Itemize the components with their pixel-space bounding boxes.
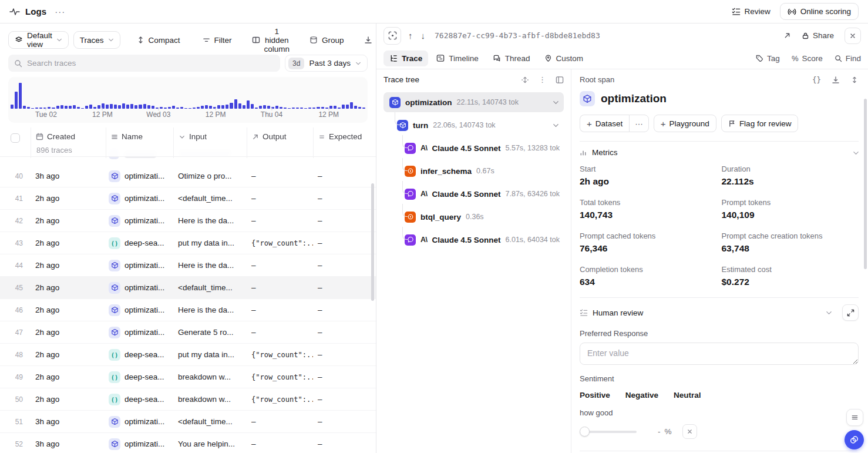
broadcast-icon — [788, 8, 796, 16]
add-to-dataset-button[interactable]: + Dataset — [580, 115, 629, 132]
row-created: 2h ago — [31, 328, 106, 337]
find-button[interactable]: Find — [835, 54, 861, 63]
column-header-output[interactable]: Output — [252, 132, 308, 141]
table-row[interactable]: 44 2h ago () optimizati... Here is the d… — [0, 254, 376, 277]
column-header-created[interactable]: Created — [36, 132, 101, 141]
table-row[interactable]: 51 3h ago () optimizati... <default_time… — [0, 411, 376, 433]
trace-tree-node[interactable]: A\ Claude 4.5 Sonnet 7.87s, 63426 tok — [383, 184, 564, 204]
row-name: optimizati... — [125, 306, 164, 314]
collapse-human-review-icon[interactable] — [826, 310, 832, 316]
table-row[interactable]: 46 2h ago () optimizati... Here is the d… — [0, 299, 376, 321]
assistant-fab-button[interactable] — [845, 430, 864, 449]
search-input[interactable] — [27, 59, 274, 68]
collapse-node-icon[interactable] — [553, 99, 559, 106]
metric-label: Start — [580, 165, 717, 173]
expand-human-review-button[interactable] — [842, 304, 859, 321]
table-row[interactable]: 40 3h ago () optimizati... Otimize o pro… — [0, 165, 376, 187]
select-all-checkbox[interactable] — [11, 133, 20, 143]
metric-value: 2h ago — [580, 176, 717, 187]
clear-score-button[interactable] — [682, 424, 697, 439]
row-expected: – — [313, 172, 376, 180]
how-good-slider[interactable] — [580, 427, 637, 437]
sentiment-neutral-button[interactable]: Neutral — [674, 391, 701, 400]
table-row[interactable]: 43 2h ago () deep-sea... put my data in.… — [0, 232, 376, 254]
slider-thumb[interactable] — [580, 427, 590, 437]
row-input: Here is the da... — [173, 306, 247, 314]
column-header-name[interactable]: Name — [111, 132, 169, 141]
view-selector[interactable]: Default view — [8, 31, 69, 49]
download-span-icon[interactable] — [832, 76, 840, 84]
trace-tree-node[interactable]: A\ Claude 4.5 Sonnet 5.57s, 13283 tok — [383, 138, 564, 158]
collapse-panel-icon[interactable] — [556, 76, 564, 84]
trace-tree-node[interactable]: A\ optimization 22.11s, 140743 tok — [383, 92, 564, 112]
calendar-icon — [36, 133, 43, 140]
row-expected: – — [313, 350, 376, 359]
page-menu-button[interactable]: ··· — [55, 6, 65, 16]
range-badge: 3d — [288, 58, 304, 69]
tab-thread[interactable]: Thread — [487, 51, 536, 66]
trace-volume-histogram[interactable]: Tue 0212 PMWed 0312 PMThu 0412 PM — [8, 77, 368, 123]
previous-trace-button[interactable]: ↑ — [407, 31, 414, 41]
trace-tree-node[interactable]: A\ infer_schema 0.67s — [383, 161, 564, 181]
table-row[interactable]: 45 2h ago () optimizati... <default_time… — [0, 277, 376, 299]
span-title: optimization — [601, 92, 667, 105]
close-panel-button[interactable] — [845, 28, 861, 44]
table-row[interactable]: 48 2h ago () deep-sea... put my data in.… — [0, 344, 376, 366]
filter-lines-icon — [203, 36, 210, 44]
trace-tree-node[interactable]: A\ btql_query 0.36s — [383, 207, 564, 227]
search-traces-box[interactable] — [8, 55, 280, 72]
time-range-selector[interactable]: 3d Past 3 days — [285, 55, 368, 72]
table-row[interactable]: 49 2h ago () deep-sea... breakdown w... … — [0, 366, 376, 388]
hidden-column-button[interactable]: 1 hidden column — [245, 31, 297, 49]
axis-tick-label: 12 PM — [206, 110, 226, 119]
column-header-input[interactable]: Input — [179, 132, 242, 141]
collapse-metrics-icon[interactable] — [853, 150, 859, 156]
score-button[interactable]: % Score — [792, 54, 823, 63]
tab-custom[interactable]: Custom — [539, 51, 590, 66]
trace-tree-title: Trace tree — [383, 75, 419, 84]
table-row[interactable]: 50 2h ago () deep-sea... breakdown w... … — [0, 388, 376, 411]
table-scrollbar[interactable] — [371, 183, 374, 301]
row-output: – — [247, 261, 313, 270]
tag-button[interactable]: Tag — [755, 54, 780, 63]
trace-tree-node[interactable]: A\ turn 22.06s, 140743 tok — [383, 115, 564, 135]
span-cube-icon — [109, 260, 120, 271]
column-header-expected[interactable]: Expected — [318, 132, 371, 141]
filter-button[interactable]: Filter — [196, 31, 239, 49]
review-button[interactable]: Review — [732, 7, 770, 16]
share-button[interactable]: Share — [802, 31, 834, 40]
table-row[interactable]: 42 2h ago () optimizati... Here is the d… — [0, 210, 376, 232]
view-json-icon[interactable]: {} — [812, 75, 821, 84]
floating-menu-button[interactable] — [846, 409, 863, 426]
add-to-playground-button[interactable]: + Playground — [654, 115, 716, 132]
panel-scrollbar[interactable] — [864, 99, 867, 269]
preferred-response-input[interactable] — [580, 343, 859, 365]
next-trace-button[interactable]: ↓ — [420, 31, 427, 41]
metric-label: Completion tokens — [580, 265, 717, 274]
row-name: optimizati... — [125, 283, 164, 292]
traces-mode-selector[interactable]: Traces — [73, 31, 120, 49]
row-input: You are helpin... — [173, 439, 247, 448]
sentiment-negative-button[interactable]: Negative — [625, 391, 658, 400]
sentiment-positive-button[interactable]: Positive — [580, 391, 610, 400]
table-row[interactable]: 41 2h ago () optimizati... <default_time… — [0, 187, 376, 210]
row-input: <default_time... — [173, 283, 247, 292]
table-row[interactable]: 47 2h ago () optimizati... Generate 5 ro… — [0, 321, 376, 344]
dataset-more-button[interactable]: ··· — [629, 115, 649, 132]
group-button[interactable]: Group — [302, 31, 351, 49]
focus-span-button[interactable] — [383, 27, 401, 45]
online-scoring-button[interactable]: Online scoring — [780, 3, 859, 20]
open-full-screen-icon[interactable] — [783, 32, 791, 39]
table-row[interactable]: 52 3h ago () optimizati... You are helpi… — [0, 433, 376, 453]
flag-for-review-button[interactable]: Flag for review — [721, 115, 799, 132]
unfold-spans-icon[interactable] — [521, 76, 529, 84]
tab-timeline[interactable]: Timeline — [430, 51, 485, 66]
expand-span-icon[interactable] — [850, 76, 859, 84]
metric-value: 634 — [580, 277, 717, 287]
compact-toggle-button[interactable]: Compact — [130, 31, 187, 49]
export-download-icon[interactable] — [357, 31, 379, 49]
tree-menu-icon[interactable]: ⋮ — [539, 75, 546, 84]
collapse-node-icon[interactable] — [553, 122, 559, 129]
trace-tree-node[interactable]: A\ Claude 4.5 Sonnet 6.01s, 64034 tok — [383, 230, 564, 250]
tab-trace[interactable]: Trace — [383, 51, 428, 66]
